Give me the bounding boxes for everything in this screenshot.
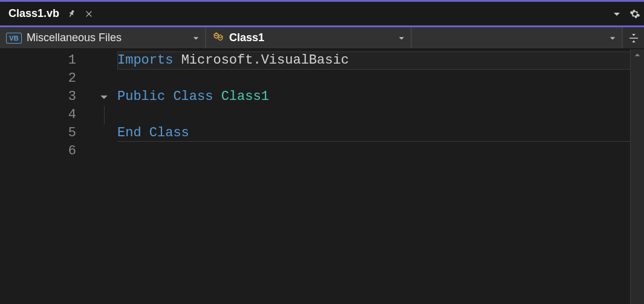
navigation-bar: VB Miscellaneous Files Class1 xyxy=(0,27,644,49)
tab-strip-spacer xyxy=(102,2,608,25)
scope-dropdown[interactable]: VB Miscellaneous Files xyxy=(0,27,206,48)
line-number: 1 xyxy=(0,51,76,70)
line-number: 4 xyxy=(0,106,76,124)
scope-label: Miscellaneous Files xyxy=(27,31,122,44)
chevron-down-icon xyxy=(398,31,405,44)
tab-strip: Class1.vb xyxy=(0,0,644,25)
vb-badge-icon: VB xyxy=(6,33,22,44)
tab-active[interactable]: Class1.vb xyxy=(0,2,102,25)
chevron-down-icon xyxy=(610,31,616,44)
token: Imports xyxy=(117,53,173,68)
token: Class1 xyxy=(221,89,269,104)
fold-toggle[interactable] xyxy=(91,88,117,106)
token: Public xyxy=(117,89,165,104)
fold-empty xyxy=(91,51,117,70)
token: Class xyxy=(173,89,213,104)
scroll-up-icon[interactable] xyxy=(631,49,644,61)
token xyxy=(141,125,149,140)
token xyxy=(213,89,221,104)
editor-right-border xyxy=(628,49,631,304)
token xyxy=(165,89,173,104)
token: End xyxy=(117,125,141,140)
line-number: 6 xyxy=(0,142,76,160)
chevron-down-icon xyxy=(193,31,199,44)
code-line[interactable]: Public Class Class1 xyxy=(117,88,631,106)
line-number-gutter: 123456 xyxy=(0,49,91,304)
tab-title: Class1.vb xyxy=(8,7,59,20)
window-menu-icon[interactable] xyxy=(608,2,626,25)
code-line[interactable]: Imports Microsoft.VisualBasic xyxy=(117,51,631,70)
code-line[interactable] xyxy=(117,142,631,160)
member-dropdown[interactable] xyxy=(411,27,622,48)
token: Microsoft.VisualBasic xyxy=(181,53,349,68)
fold-empty xyxy=(91,124,117,142)
fold-empty xyxy=(91,142,117,160)
class-dropdown[interactable]: Class1 xyxy=(206,27,411,48)
class-icon xyxy=(212,31,224,45)
code-line[interactable] xyxy=(117,70,631,88)
line-number: 2 xyxy=(0,70,76,88)
code-area[interactable]: Imports Microsoft.VisualBasicPublic Clas… xyxy=(117,49,631,304)
pin-icon[interactable] xyxy=(68,10,76,18)
close-icon[interactable] xyxy=(85,10,93,18)
line-number: 5 xyxy=(0,124,76,142)
fold-guide xyxy=(91,106,117,124)
code-editor[interactable]: 123456 Imports Microsoft.VisualBasicPubl… xyxy=(0,49,644,304)
fold-column xyxy=(91,49,117,304)
token xyxy=(173,53,181,68)
fold-empty xyxy=(91,70,117,88)
editor-window: Class1.vb VB Miscellaneous Files xyxy=(0,0,644,304)
code-line[interactable] xyxy=(117,106,631,124)
line-number: 3 xyxy=(0,88,76,106)
split-window-icon[interactable] xyxy=(622,27,644,48)
vertical-scrollbar[interactable] xyxy=(631,49,644,304)
gear-icon[interactable] xyxy=(626,2,644,25)
block-separator xyxy=(117,141,631,142)
class-label: Class1 xyxy=(229,31,264,44)
code-line[interactable]: End Class xyxy=(117,124,631,142)
token: Class xyxy=(149,125,189,140)
